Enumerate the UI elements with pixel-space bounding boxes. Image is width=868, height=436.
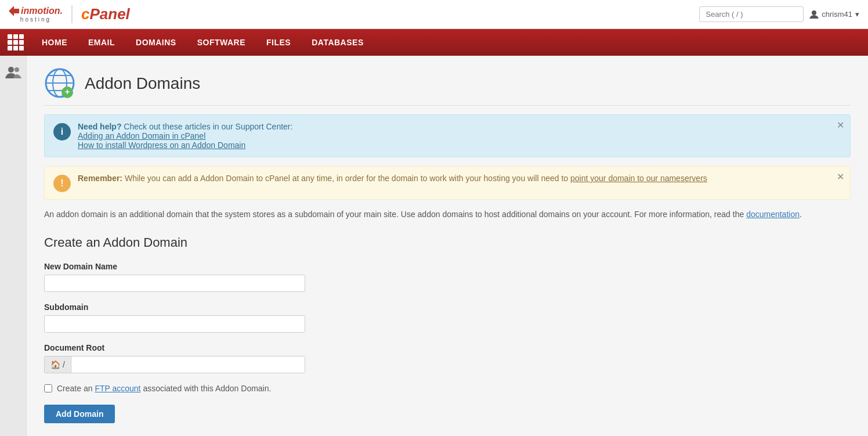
- svg-text:+: +: [65, 87, 70, 96]
- dropdown-arrow: ▾: [855, 10, 859, 19]
- warning-text: While you can add a Addon Domain to cPan…: [125, 174, 568, 183]
- description: An addon domain is an additional domain …: [44, 208, 851, 221]
- nav-links: HOME EMAIL DOMAINS SOFTWARE FILES DATABA…: [31, 31, 374, 54]
- addon-domain-icon: +: [44, 67, 76, 99]
- svg-point-1: [812, 10, 816, 15]
- new-domain-group: New Domain Name: [44, 262, 851, 292]
- nameservers-link[interactable]: point your domain to our nameservers: [570, 174, 707, 183]
- info-alert-icon: i: [53, 123, 71, 140]
- main-content: + Addon Domains i Need help? Check out t…: [27, 56, 868, 436]
- need-help-text: Need help?: [78, 122, 121, 131]
- ftp-checkbox[interactable]: [44, 384, 52, 392]
- nav-home[interactable]: HOME: [31, 31, 78, 54]
- inmotion-sub: hosting: [20, 16, 51, 23]
- people-icon: [5, 64, 21, 81]
- page-layout: + Addon Domains i Need help? Check out t…: [0, 56, 868, 436]
- ftp-link[interactable]: FTP account: [95, 384, 140, 393]
- nav-software[interactable]: SOFTWARE: [187, 31, 256, 54]
- info-alert-close[interactable]: ✕: [837, 120, 844, 131]
- sidebar-people-button[interactable]: [2, 62, 24, 85]
- nav-bar: HOME EMAIL DOMAINS SOFTWARE FILES DATABA…: [0, 29, 868, 56]
- domain-icon: +: [44, 67, 76, 99]
- logo-area: inmotion. hosting cPanel: [9, 5, 130, 23]
- document-root-group: Document Root 🏠 /: [44, 343, 851, 373]
- page-title: Addon Domains: [85, 74, 200, 93]
- svg-point-3: [15, 67, 19, 72]
- warning-alert-close[interactable]: ✕: [837, 171, 844, 182]
- user-icon: [809, 10, 819, 19]
- nav-email[interactable]: EMAIL: [78, 31, 125, 54]
- grid-menu-button[interactable]: [3, 30, 28, 55]
- top-right: chrism41 ▾: [699, 6, 859, 22]
- add-domain-button[interactable]: Add Domain: [44, 405, 115, 423]
- document-root-prefix: 🏠 /: [45, 356, 71, 373]
- document-root-wrapper: 🏠 /: [44, 356, 305, 373]
- cpanel-logo: cPanel: [71, 5, 130, 23]
- inmotion-logo: inmotion. hosting: [9, 6, 63, 23]
- document-root-input[interactable]: [71, 356, 305, 373]
- document-root-label: Document Root: [44, 343, 851, 352]
- info-link-1[interactable]: Adding an Addon Domain in cPanel: [78, 131, 205, 140]
- documentation-link[interactable]: documentation: [746, 210, 800, 219]
- user-menu[interactable]: chrism41 ▾: [809, 10, 859, 19]
- page-header: + Addon Domains: [44, 67, 851, 106]
- subdomain-input[interactable]: [44, 315, 305, 333]
- warning-alert-body: Remember: While you can add a Addon Doma…: [78, 174, 841, 183]
- warning-alert: ! Remember: While you can add a Addon Do…: [44, 166, 851, 200]
- svg-marker-0: [9, 6, 19, 16]
- info-alert-body: Need help? Check out these articles in o…: [78, 122, 841, 150]
- subdomain-group: Subdomain: [44, 302, 851, 333]
- nav-domains[interactable]: DOMAINS: [125, 31, 187, 54]
- new-domain-input[interactable]: [44, 275, 305, 292]
- inmotion-brand: inmotion.: [21, 6, 63, 16]
- nav-files[interactable]: FILES: [256, 31, 301, 54]
- info-alert-text: Check out these articles in our Support …: [124, 122, 292, 131]
- ftp-checkbox-label: Create an FTP account associated with th…: [57, 384, 271, 393]
- grid-dots-icon: [8, 34, 24, 51]
- remember-text: Remember:: [78, 174, 122, 183]
- top-bar: inmotion. hosting cPanel chrism41 ▾: [0, 0, 868, 29]
- arrow-logo-icon: [9, 6, 19, 16]
- warning-alert-icon: !: [53, 175, 71, 192]
- form-section-title: Create an Addon Domain: [44, 235, 851, 250]
- svg-point-2: [8, 67, 14, 73]
- nav-databases[interactable]: DATABASES: [301, 31, 374, 54]
- new-domain-label: New Domain Name: [44, 262, 851, 271]
- subdomain-label: Subdomain: [44, 302, 851, 312]
- info-alert: i Need help? Check out these articles in…: [44, 114, 851, 157]
- ftp-checkbox-row: Create an FTP account associated with th…: [44, 384, 851, 393]
- username: chrism41: [822, 10, 852, 19]
- info-link-2[interactable]: How to install Wordpress on an Addon Dom…: [78, 140, 245, 150]
- sidebar: [0, 56, 27, 436]
- search-input[interactable]: [699, 6, 804, 22]
